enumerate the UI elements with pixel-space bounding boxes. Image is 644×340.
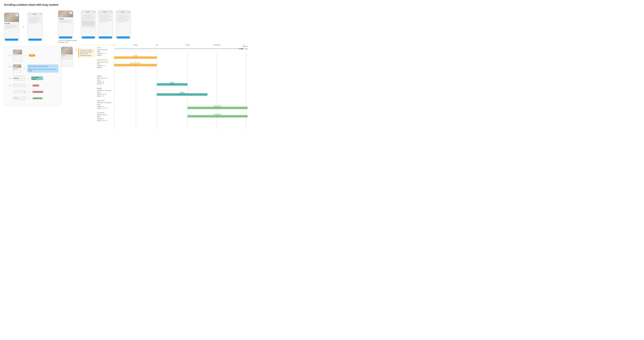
mini-line (14, 55, 22, 55)
phone-header-title-4: Title title (82, 12, 94, 13)
axis-arrow-label: scrolling UP, dp (238, 48, 248, 50)
axis-label-psm: P-S+M (186, 44, 190, 46)
timeline-axis: scrolling UP, dp 0 (P-S)/2 P-S P-S+M P-S… (114, 47, 248, 51)
phone-line (28, 22, 42, 22)
phone-line (117, 16, 127, 16)
tag-image: image (29, 54, 35, 57)
anim-phone-img (61, 47, 72, 54)
phone-button (117, 37, 130, 39)
phone-line (117, 18, 130, 18)
phone-line (28, 18, 39, 18)
spec-title-optional-image: [optional] image (97, 59, 111, 61)
diagram-row-n: N px Title title → venue title group (7, 76, 58, 81)
phone-line (82, 17, 95, 17)
phone-line (5, 25, 18, 26)
grid-line-2 (157, 51, 157, 129)
spec-title-topbar-trans: top bar (97, 87, 111, 89)
close-icon: ✕ (16, 14, 18, 16)
phone-line (82, 27, 95, 27)
phone-line (117, 21, 130, 21)
diagram-m-content: Title title → distance between image and… (13, 64, 58, 73)
phone-line (59, 21, 70, 22)
diagram-label-m: M px (7, 66, 12, 68)
blue-description-box: distance between image and main title --… (27, 65, 58, 72)
nav-bar-elem: ✕ (13, 90, 26, 94)
spec-title-topbar-title-trans: top bar title (97, 100, 111, 102)
warning-section: ⚠ You can pre-scale the image to any num… (75, 48, 95, 57)
arrow-icon: → (22, 25, 25, 29)
phone-line (117, 15, 130, 15)
page-title: Scrolling a bottom sheet with long conte… (4, 3, 248, 6)
spec-title-topbar-alpha: top bar (97, 75, 111, 77)
phone-line (99, 18, 112, 18)
phone-line (117, 17, 130, 17)
mini-phone-content-m: Title title (13, 68, 21, 71)
diagram-nav-content: ✕ → nav bar icons (13, 90, 44, 94)
no-image-annotation: in case of no image the timeline starts … (58, 40, 78, 43)
phone-button (82, 37, 95, 39)
phone-line (82, 16, 92, 16)
bar-label-topbar-title-trans: top bar titletranslate Y (188, 105, 248, 108)
close-icon: ✕ (70, 12, 72, 14)
spec-value-optional-image: scale: from 1.1 to 1linearduration: P - … (97, 61, 111, 69)
phone-line (5, 26, 16, 27)
phone-line (28, 20, 42, 20)
warning-icon: ⚠ (75, 48, 77, 51)
left-diagram: P px → image M px (4, 47, 61, 106)
arrow-icon: → (28, 97, 30, 99)
close-icon: ✕ (94, 11, 95, 13)
spec-value-topbar-title-alpha: alpha: from 0 to 1linearduration: Ndelay… (97, 114, 111, 122)
phone-line (28, 17, 42, 17)
phone-title-3: Title title (59, 18, 72, 20)
diagram-optional-content: Title title → optional title (13, 97, 43, 100)
spec-value-topbar-trans: translation Y: 4 dp downlinearduration: … (97, 90, 111, 97)
phone-header-5: Title title ✕ (98, 11, 113, 14)
anim-specs-list: image alpha: from 1 to 0linearduration: … (97, 47, 111, 122)
close-icon: ✕ (129, 11, 130, 13)
phone-line (117, 19, 127, 19)
axis-label-ps: P-S (156, 44, 158, 46)
close-icon: ✕ (40, 14, 42, 15)
bar-label-top-bar-alpha: top baralpha (157, 82, 188, 85)
phone-content-1: Title title (4, 22, 19, 38)
axis-label-psmn2: P-S+M+N/2 (213, 44, 220, 46)
diagram-n-content: Title title → venue title group (13, 76, 43, 81)
phone-header-title-6: Title title (117, 12, 129, 13)
phone-mockup-3: ✕ Title title (58, 11, 73, 39)
optional-title-elem: Title title (13, 97, 26, 100)
optional-title-text: Title title (14, 98, 18, 99)
spec-value-image: alpha: from 1 to 0linearduration: P - Sd… (97, 49, 111, 56)
mini-phone-image (13, 50, 22, 61)
phone-line (59, 22, 72, 23)
phone-line (82, 18, 95, 18)
phone-line (5, 27, 18, 28)
spec-title-topbar-title-alpha: top bar title (97, 112, 111, 114)
anim-title-text: Title title (62, 55, 65, 56)
anim-phone: Title title (61, 47, 73, 67)
diagram-row-image: P px → image (7, 50, 58, 61)
phone-button (99, 37, 112, 39)
phone-button (5, 39, 18, 41)
phone-content-6 (116, 14, 131, 36)
arrow-icon: → (23, 67, 25, 70)
tag-top-bar: top bar (32, 84, 39, 87)
anim-timeline-section: Title title ⚠ You can pre-scale the imag… (61, 47, 248, 129)
close-icon: ✕ (111, 11, 112, 13)
axis-label-0: 0 (114, 44, 114, 46)
arrow-icon: → (28, 84, 30, 87)
bottom-section: P px → image M px (4, 47, 248, 129)
mini-line (14, 56, 18, 56)
phone-header-4: Title title ✕ (81, 11, 96, 14)
diagram-s-content: → top bar (13, 84, 39, 87)
timeline-chart: scrolling UP, dp 0 (P-S)/2 P-S P-S+M P-S… (114, 47, 248, 129)
bar-label-optional-image: [optional] imagescale (114, 62, 157, 65)
phone-group-1: ✕ Title title → Title title ✕ (4, 11, 42, 43)
diagram-label-s: S px (7, 85, 12, 86)
phone-line (59, 20, 72, 21)
anim-line (62, 58, 72, 58)
top-bar-elem (13, 84, 26, 87)
phone-content-3: Title title (58, 17, 73, 36)
phone-line (99, 19, 109, 19)
tag-venue-title: venue title group (31, 76, 43, 80)
close-icon: ✕ (24, 91, 26, 93)
